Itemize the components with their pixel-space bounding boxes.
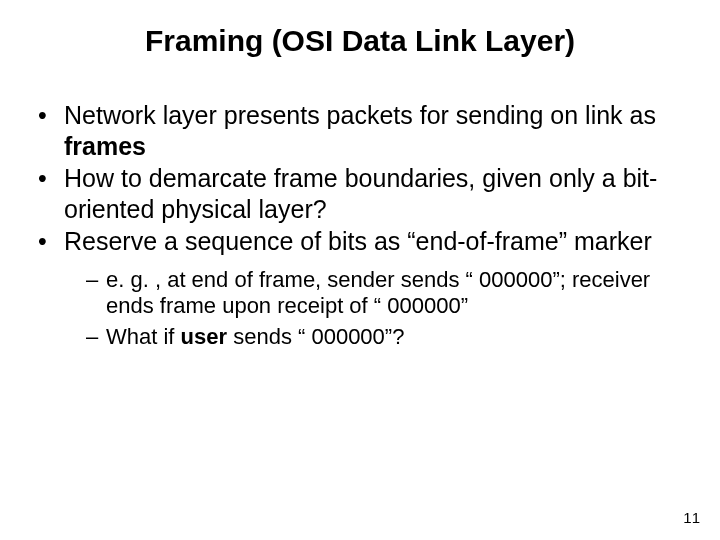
- page-number: 11: [683, 509, 700, 526]
- sub-bullet-text: e. g. , at end of frame, sender sends “ …: [106, 267, 650, 319]
- sub-bullet-list: e. g. , at end of frame, sender sends “ …: [64, 267, 680, 351]
- sub-bullet-text: What if: [106, 324, 181, 349]
- slide-title: Framing (OSI Data Link Layer): [0, 24, 720, 58]
- bullet-text: Reserve a sequence of bits as “end-of-fr…: [64, 227, 652, 255]
- sub-bullet-text: sends “ 000000”?: [227, 324, 404, 349]
- sub-bullet-item: What if user sends “ 000000”?: [86, 324, 680, 351]
- slide-body: Network layer presents packets for sendi…: [34, 100, 680, 355]
- slide: Framing (OSI Data Link Layer) Network la…: [0, 0, 720, 540]
- bullet-text: Network layer presents packets for sendi…: [64, 101, 656, 129]
- bullet-item: Network layer presents packets for sendi…: [34, 100, 680, 161]
- bullet-list: Network layer presents packets for sendi…: [34, 100, 680, 351]
- bullet-text: How to demarcate frame boundaries, given…: [64, 164, 657, 223]
- sub-bullet-emphasis: user: [181, 324, 227, 349]
- bullet-item: Reserve a sequence of bits as “end-of-fr…: [34, 226, 680, 351]
- bullet-item: How to demarcate frame boundaries, given…: [34, 163, 680, 224]
- sub-bullet-item: e. g. , at end of frame, sender sends “ …: [86, 267, 680, 321]
- bullet-emphasis: frames: [64, 132, 146, 160]
